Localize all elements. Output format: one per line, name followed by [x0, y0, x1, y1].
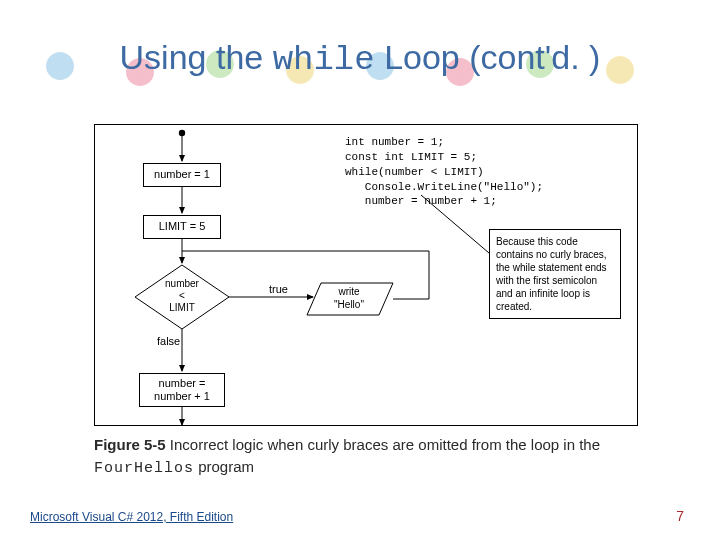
figure-frame: int number = 1; const int LIMIT = 5; whi… [94, 124, 638, 426]
write-l2: "Hello" [334, 299, 364, 310]
slide-title: Using the while Loop (cont'd. ) [0, 38, 720, 79]
title-pre: Using the [120, 38, 273, 76]
decision-l2: < [179, 290, 185, 301]
caption-program: FourHellos [94, 460, 194, 477]
figure-caption: Figure 5-5 Incorrect logic when curly br… [94, 434, 654, 480]
write-l1: write [337, 286, 360, 297]
decision-l3: LIMIT [169, 302, 195, 313]
flow-svg: number < LIMIT write "Hello" [95, 125, 639, 427]
svg-line-9 [421, 195, 489, 253]
title-post: Loop (cont'd. ) [375, 38, 601, 76]
footer-book-title: Microsoft Visual C# 2012, Fifth Edition [30, 510, 233, 524]
decision-l1: number [165, 278, 200, 289]
footer-page-number: 7 [676, 508, 684, 524]
title-code: while [273, 41, 375, 79]
caption-text1: Incorrect logic when curly braces are om… [166, 436, 600, 453]
caption-text2: program [194, 458, 254, 475]
caption-fignum: Figure 5-5 [94, 436, 166, 453]
